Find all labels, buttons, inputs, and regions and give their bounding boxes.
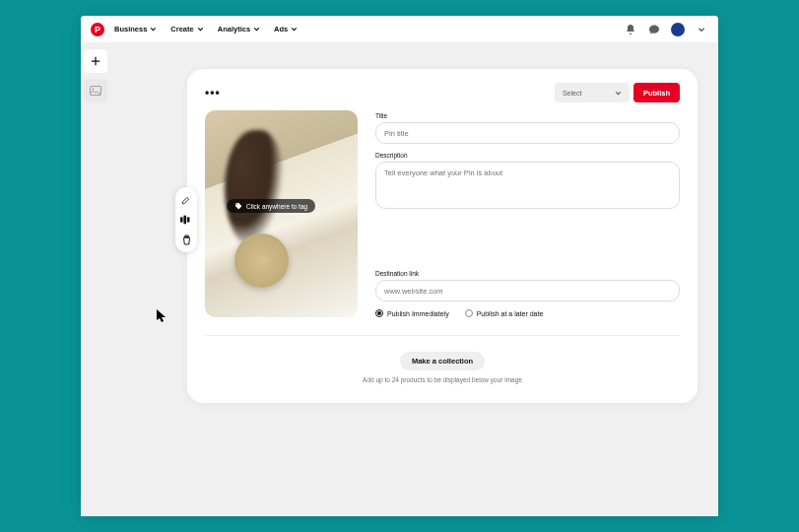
- publish-later-label: Publish at a later date: [477, 310, 544, 317]
- title-input[interactable]: Pin title: [375, 122, 680, 144]
- link-input[interactable]: www.website.com: [375, 280, 680, 301]
- left-rail: [81, 43, 110, 102]
- nav-business[interactable]: Business: [114, 25, 157, 33]
- add-pin-button[interactable]: [84, 49, 107, 73]
- more-options-button[interactable]: •••: [205, 86, 221, 100]
- account-chevron-down-icon[interactable]: [695, 23, 708, 36]
- pin-image-preview[interactable]: Click anywhere to tag: [205, 110, 358, 317]
- nav-ads-label: Ads: [274, 25, 288, 33]
- svg-rect-4: [187, 217, 190, 222]
- chevron-down-icon: [615, 90, 622, 97]
- description-placeholder: Tell everyone what your Pin is about: [384, 168, 502, 177]
- title-label: Title: [375, 112, 680, 119]
- nav-create[interactable]: Create: [170, 25, 203, 33]
- radio-checked-icon: [375, 309, 383, 317]
- top-navbar: P Business Create Analytics Ads: [81, 16, 718, 43]
- avatar[interactable]: [671, 23, 685, 36]
- make-collection-button[interactable]: Make a collection: [400, 352, 485, 370]
- pinterest-logo-icon[interactable]: P: [91, 23, 104, 36]
- make-collection-label: Make a collection: [412, 357, 473, 366]
- link-label: Destination link: [375, 270, 680, 277]
- edit-tool-button[interactable]: [179, 193, 193, 207]
- image-tool-rail: [175, 187, 197, 252]
- publish-now-label: Publish Immediately: [387, 310, 449, 317]
- bell-icon[interactable]: [624, 23, 637, 36]
- publish-later-radio[interactable]: Publish at a later date: [465, 309, 544, 317]
- publish-now-radio[interactable]: Publish Immediately: [375, 309, 449, 317]
- pin-thumbnail-button[interactable]: [84, 79, 107, 102]
- tag-hint-text: Click anywhere to tag: [246, 203, 307, 210]
- chat-icon[interactable]: [647, 23, 661, 36]
- svg-rect-3: [183, 216, 186, 225]
- description-label: Description: [375, 152, 680, 159]
- app-window: P Business Create Analytics Ads: [81, 16, 718, 516]
- nav-business-label: Business: [114, 25, 147, 33]
- publish-button[interactable]: Publish: [633, 83, 680, 102]
- chevron-down-icon: [291, 26, 298, 33]
- delete-tool-button[interactable]: [179, 233, 193, 246]
- nav-ads[interactable]: Ads: [274, 25, 298, 33]
- nav-analytics[interactable]: Analytics: [218, 25, 260, 33]
- collection-help-text: Add up to 24 products to be displayed be…: [205, 376, 680, 383]
- board-select-dropdown[interactable]: Select: [555, 83, 630, 102]
- nav-create-label: Create: [170, 25, 193, 33]
- radio-unchecked-icon: [465, 309, 473, 317]
- link-placeholder: www.website.com: [384, 287, 443, 296]
- description-input[interactable]: Tell everyone what your Pin is about: [375, 162, 680, 209]
- chevron-down-icon: [150, 26, 157, 33]
- nav-analytics-label: Analytics: [218, 25, 250, 33]
- tag-hint-overlay: Click anywhere to tag: [227, 199, 315, 213]
- tag-icon: [234, 202, 242, 210]
- board-select-label: Select: [563, 90, 581, 97]
- chevron-down-icon: [197, 26, 204, 33]
- crop-tool-button[interactable]: [179, 213, 193, 227]
- svg-point-1: [93, 89, 95, 91]
- title-placeholder: Pin title: [384, 129, 409, 138]
- svg-rect-2: [180, 217, 183, 222]
- publish-button-label: Publish: [643, 89, 670, 98]
- chevron-down-icon: [253, 26, 260, 33]
- pin-editor-card: ••• Select Publish Click anywhere to tag: [187, 69, 698, 403]
- cursor-icon: [157, 309, 166, 323]
